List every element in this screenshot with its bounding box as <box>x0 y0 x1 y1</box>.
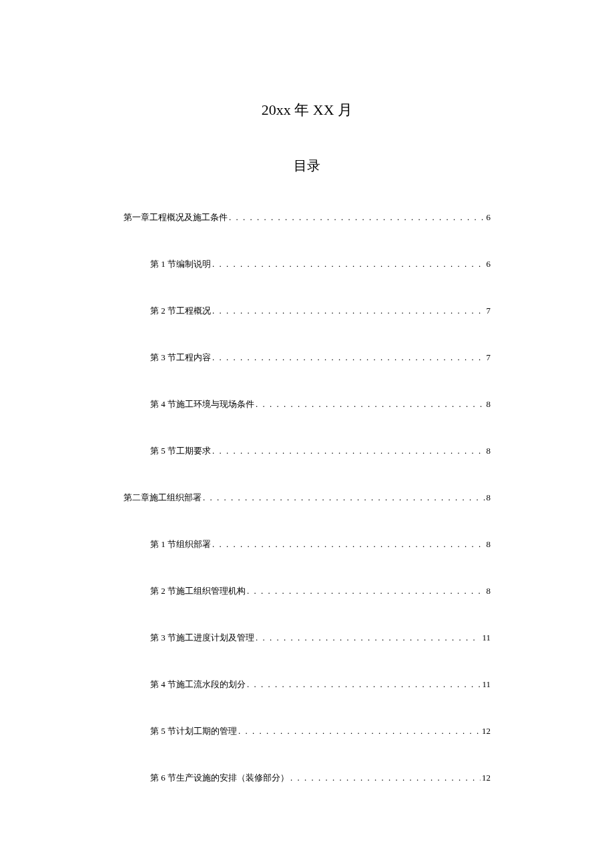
toc-page: 12 <box>482 726 491 737</box>
toc-entry: 第 1 节编制说明 6 <box>123 258 491 270</box>
toc-dots <box>256 632 481 643</box>
toc-title: 目录 <box>123 157 491 175</box>
toc-entry: 第 6 节生产设施的安排（装修部分） 12 <box>123 772 491 784</box>
toc-dots <box>212 259 485 270</box>
toc-entry: 第 1 节组织部署 8 <box>123 538 491 550</box>
toc-label: 第 4 节施工流水段的划分 <box>150 679 246 691</box>
toc-dots <box>229 212 485 223</box>
toc-entry: 第 5 节工期要求 8 <box>123 445 491 457</box>
toc-label: 第 3 节施工进度计划及管理 <box>150 632 254 644</box>
toc-label: 第 1 节组织部署 <box>150 538 211 550</box>
date-line: 20xx 年 XX 月 <box>123 100 491 120</box>
toc-page: 6 <box>487 212 491 223</box>
toc-entry: 第 2 节施工组织管理机构 8 <box>123 585 491 597</box>
toc-entry: 第 4 节施工流水段的划分 11 <box>123 679 491 691</box>
toc-label: 第 2 节工程概况 <box>150 305 211 317</box>
toc-dots <box>212 352 485 363</box>
toc-label: 第 5 节工期要求 <box>150 445 211 457</box>
toc-entry: 第 2 节工程概况 7 <box>123 305 491 317</box>
toc-page: 11 <box>482 632 491 643</box>
toc-dots <box>203 492 485 503</box>
toc-entry: 第 5 节计划工期的管理 12 <box>123 725 491 737</box>
toc-dots <box>256 399 485 410</box>
toc-label: 第 5 节计划工期的管理 <box>150 725 237 737</box>
toc-page: 6 <box>487 259 491 270</box>
toc-label: 第 6 节生产设施的安排（装修部分） <box>150 772 289 784</box>
toc-page: 8 <box>487 586 491 596</box>
toc-entry: 第二章施工组织部署 8 <box>123 492 491 504</box>
toc-entry: 第 4 节施工环境与现场条件 8 <box>123 398 491 410</box>
toc-dots <box>212 539 485 550</box>
toc-page: 12 <box>482 773 491 783</box>
toc-page: 8 <box>487 539 491 550</box>
toc-page: 8 <box>487 492 491 503</box>
toc-page: 8 <box>487 399 491 410</box>
toc-label: 第 2 节施工组织管理机构 <box>150 585 246 597</box>
toc-page: 7 <box>487 306 491 316</box>
toc-page: 7 <box>487 352 491 363</box>
toc-entry: 第 3 节工程内容 7 <box>123 352 491 364</box>
toc-page: 8 <box>487 446 491 456</box>
toc-dots <box>247 586 485 596</box>
toc-dots <box>290 773 481 783</box>
toc-dots <box>212 446 485 456</box>
toc-label: 第二章施工组织部署 <box>123 492 202 504</box>
toc-page: 11 <box>482 679 491 690</box>
toc-label: 第 4 节施工环境与现场条件 <box>150 398 254 410</box>
table-of-contents: 第一章工程概况及施工条件 6 第 1 节编制说明 6 第 2 节工程概况 7 第… <box>123 211 491 784</box>
toc-entry: 第一章工程概况及施工条件 6 <box>123 211 491 224</box>
toc-dots <box>212 306 485 316</box>
toc-dots <box>247 679 481 690</box>
toc-label: 第一章工程概况及施工条件 <box>123 211 228 224</box>
toc-label: 第 3 节工程内容 <box>150 352 211 364</box>
toc-label: 第 1 节编制说明 <box>150 258 211 270</box>
toc-dots <box>238 726 481 737</box>
toc-entry: 第 3 节施工进度计划及管理 11 <box>123 632 491 644</box>
